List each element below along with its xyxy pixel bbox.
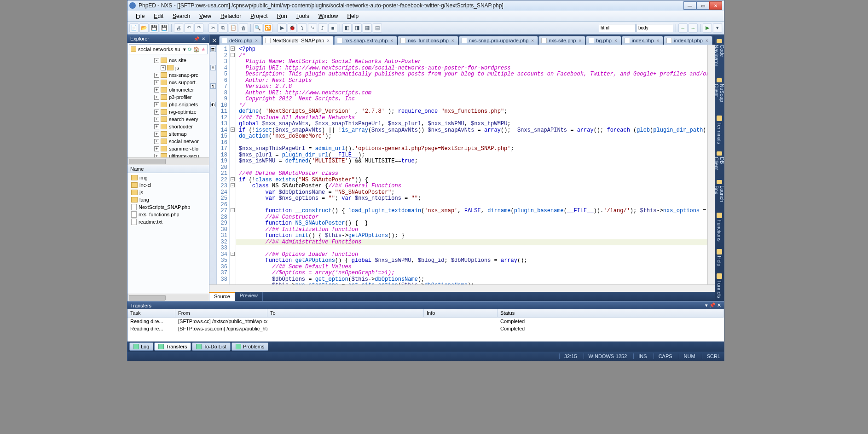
expand-icon[interactable]: + [154,102,159,107]
tab-preview[interactable]: Preview [235,292,263,301]
right-tab-terminals[interactable]: Terminals [716,113,723,147]
expand-icon[interactable]: + [154,124,159,129]
bottom-tab-problems[interactable]: Problems [231,342,268,351]
right-tab-functions[interactable]: Functions [716,210,723,244]
expand-icon[interactable]: + [154,139,159,144]
nav-back-icon[interactable]: ← [678,23,688,33]
bottom-tab-transfers[interactable]: Transfers [154,342,191,351]
gutter-icon-3[interactable]: ¶ [210,83,216,89]
right-tab-db-client[interactable]: DB Client [713,149,726,175]
close-tab-icon[interactable]: × [614,38,617,43]
tree-item[interactable]: +ultimate-secu [128,152,208,157]
print-icon[interactable]: 🖨 [174,23,183,33]
close-all-tabs-icon[interactable]: ✕ [210,36,219,45]
open-icon[interactable]: 📂 [139,23,149,33]
close-tab-icon[interactable]: × [451,38,454,43]
minimize-button[interactable]: — [683,1,696,10]
redo-icon[interactable]: ↷ [194,23,203,33]
expand-icon[interactable]: + [154,110,159,115]
close-tab-icon[interactable]: × [327,38,330,43]
menu-dropdown-icon[interactable]: ▾ [713,23,722,33]
editor-tab[interactable]: bg.php× [586,36,621,45]
files-list[interactable]: imginc-cljslangNextScripts_SNAP.phpnxs_f… [127,173,209,294]
close-button[interactable]: ✕ [709,1,722,10]
step-out-icon[interactable]: ⤴ [318,23,327,33]
refresh-icon[interactable]: ⟳ [188,46,192,52]
file-item[interactable]: lang [129,196,207,203]
play-icon[interactable]: ▶ [703,23,712,33]
right-tab-nusoap-client[interactable]: NuSoap Client [713,75,726,111]
tree-item[interactable]: +olimometer [128,86,208,93]
code-area[interactable]: 1234567891011121314151617181920212223242… [217,45,707,284]
delete-icon[interactable]: 🗑 [239,23,248,33]
files-hscroll[interactable] [127,294,209,301]
menu-help[interactable]: Help [343,12,362,20]
step-into-icon[interactable]: ⤷ [308,23,317,33]
editor-tab[interactable]: nxs_functions.php× [398,36,458,45]
menu-refactor[interactable]: Refactor [217,12,245,20]
menu-tools[interactable]: Tools [293,12,313,20]
step-over-icon[interactable]: ⤵ [298,23,307,33]
expand-icon[interactable]: + [154,117,159,122]
file-item[interactable]: readme.txt [129,218,207,226]
tree-item[interactable]: +nxs-snap-prc [128,71,208,79]
maximize-button[interactable]: ▭ [696,1,709,10]
tree-item[interactable]: +php-snippets [128,101,208,108]
tree-item[interactable]: +p3-profiler [128,93,208,101]
transfer-row[interactable]: Reading dire...[SFTP:ows-usa.com] /cpnsw… [127,325,724,332]
explorer-combo[interactable]: social-networks-au ▾ ⟳ 🏠 ★ [129,44,208,54]
tool-2-icon[interactable]: ◨ [353,23,362,33]
tree-hscroll[interactable] [127,157,209,165]
expand-icon[interactable]: + [161,65,166,70]
fold-marker[interactable]: − [231,46,235,51]
bottom-tab-to-do-list[interactable]: To-Do List [192,342,231,351]
expand-icon[interactable]: + [154,87,159,93]
tree-item[interactable]: +shortcoder [128,123,208,130]
close-tab-icon[interactable]: × [255,38,258,43]
col-info[interactable]: Info [424,309,498,317]
tree-item[interactable]: +spammer-blo [128,145,208,152]
close-panel-icon[interactable]: ✕ [201,36,206,41]
file-item[interactable]: NextScripts_SNAP.php [129,203,207,211]
copy-icon[interactable]: ⧉ [219,23,228,33]
tree-item[interactable]: +nxs-support- [128,79,208,86]
files-header[interactable]: Name [127,165,209,173]
right-tab-tunnels[interactable]: Tunnels [716,271,723,301]
close-tab-icon[interactable]: × [531,38,534,43]
menu-project[interactable]: Project [247,12,271,20]
gutter-icon-2[interactable]: # [210,65,216,70]
close-tab-icon[interactable]: × [706,38,708,43]
right-tab-code-navigator[interactable]: Code Navigator [713,36,726,74]
expand-icon[interactable]: + [154,80,159,85]
col-status[interactable]: Status [498,309,724,317]
file-item[interactable]: nxs_functions.php [129,211,207,218]
tree-item[interactable]: -nxs-site [128,57,208,64]
menu-view[interactable]: View [196,12,215,20]
fold-marker[interactable]: − [231,177,235,181]
col-to[interactable]: To [267,309,424,317]
editor-tab[interactable]: nxs-snap-pro-upgrade.php× [459,36,538,45]
expand-icon[interactable]: + [154,132,159,137]
expand-icon[interactable]: + [154,146,159,151]
home-icon[interactable]: 🏠 [193,46,200,52]
nav-fwd-icon[interactable]: → [689,23,698,33]
breadcrumb-html[interactable]: html [599,24,636,32]
right-tab-help[interactable]: Help [716,246,723,269]
undo-icon[interactable]: ↶ [184,23,193,33]
file-item[interactable]: js [129,189,207,196]
tab-source[interactable]: Source [209,292,235,301]
menu-file[interactable]: File [132,12,148,20]
menu-run[interactable]: Run [273,12,291,20]
fold-marker[interactable]: − [231,183,235,187]
editor-tab[interactable]: nxs-site.php× [538,36,585,45]
editor-tab[interactable]: deSrc.php× [219,36,262,45]
debug-icon[interactable]: 🐞 [288,23,297,33]
bottom-tab-log[interactable]: Log [129,342,153,351]
tree-item[interactable]: +sitemap [128,130,208,138]
pin-icon[interactable]: 📌 [709,302,716,308]
save-icon[interactable]: 💾 [150,23,159,33]
find-icon[interactable]: 🔍 [253,23,262,33]
menu-search[interactable]: Search [169,12,194,20]
close-panel-icon[interactable]: ✕ [717,302,721,308]
close-tab-icon[interactable]: × [390,38,393,43]
